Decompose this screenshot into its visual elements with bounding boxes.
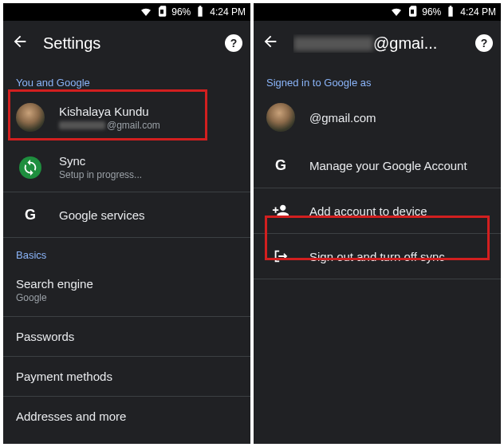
account-name: Kishalaya Kundu bbox=[59, 105, 238, 118]
svg-rect-0 bbox=[160, 10, 163, 14]
app-bar: Settings ? bbox=[3, 21, 250, 65]
divider bbox=[254, 279, 501, 279]
add-account-label: Add account to device bbox=[309, 204, 488, 218]
clock: 4:24 PM bbox=[460, 6, 496, 18]
google-services-label: Google services bbox=[59, 208, 238, 222]
google-services-row[interactable]: G Google services bbox=[3, 192, 250, 237]
signout-label: Sign out and turn off sync bbox=[309, 250, 488, 263]
search-engine-label: Search engine bbox=[16, 277, 238, 291]
svg-rect-1 bbox=[411, 10, 414, 14]
passwords-label: Passwords bbox=[16, 330, 238, 343]
status-bar: 96% 4:24 PM bbox=[254, 3, 501, 21]
sim-icon bbox=[156, 5, 168, 20]
google-g-icon: G bbox=[25, 207, 36, 224]
sim-icon bbox=[406, 5, 419, 20]
passwords-row[interactable]: Passwords bbox=[3, 317, 250, 356]
battery-pct: 96% bbox=[422, 6, 441, 18]
back-button[interactable] bbox=[262, 33, 279, 53]
payment-row[interactable]: Payment methods bbox=[3, 357, 250, 396]
signout-icon bbox=[266, 247, 295, 265]
sync-label: Sync bbox=[59, 154, 238, 168]
search-engine-row[interactable]: Search engine Google bbox=[3, 264, 250, 316]
google-g-icon: G bbox=[275, 157, 286, 174]
help-button[interactable]: ? bbox=[225, 34, 242, 52]
app-bar: @gmai... ? bbox=[254, 21, 501, 65]
avatar bbox=[16, 103, 45, 132]
back-button[interactable] bbox=[11, 33, 29, 53]
page-title: Settings bbox=[43, 34, 211, 53]
status-bar: 96% 4:24 PM bbox=[3, 3, 250, 21]
addresses-label: Addresses and more bbox=[16, 409, 238, 423]
addresses-row[interactable]: Addresses and more bbox=[3, 397, 250, 436]
payment-label: Payment methods bbox=[16, 370, 238, 383]
person-add-icon bbox=[266, 202, 295, 220]
sync-icon bbox=[19, 156, 41, 179]
signout-row[interactable]: Sign out and turn off sync bbox=[254, 234, 501, 279]
manage-account-row[interactable]: G Manage your Google Account bbox=[254, 143, 501, 188]
search-engine-sub: Google bbox=[16, 292, 238, 303]
account-row[interactable]: Kishalaya Kundu @gmail.com bbox=[3, 92, 250, 143]
sync-row[interactable]: Sync Setup in progress... bbox=[3, 143, 250, 192]
wifi-icon bbox=[390, 5, 403, 20]
battery-pct: 96% bbox=[171, 6, 191, 18]
help-button[interactable]: ? bbox=[475, 34, 493, 52]
section-you-and-google: You and Google bbox=[3, 65, 250, 92]
account-email: @gmail.com bbox=[309, 111, 488, 125]
wifi-icon bbox=[140, 5, 152, 20]
battery-icon bbox=[194, 5, 207, 20]
sync-sub: Setup in progress... bbox=[59, 169, 238, 180]
add-account-row[interactable]: Add account to device bbox=[254, 188, 501, 233]
account-row[interactable]: @gmail.com bbox=[254, 92, 501, 143]
page-title: @gmai... bbox=[293, 34, 461, 53]
section-signed-in: Signed in to Google as bbox=[254, 65, 501, 92]
manage-account-label: Manage your Google Account bbox=[309, 159, 488, 172]
clock: 4:24 PM bbox=[210, 6, 246, 18]
battery-icon bbox=[444, 5, 457, 20]
phone-right: 96% 4:24 PM @gmai... ? Signed in to Goog… bbox=[254, 3, 501, 444]
avatar bbox=[266, 103, 295, 132]
account-email: @gmail.com bbox=[59, 120, 238, 131]
section-basics: Basics bbox=[3, 238, 250, 264]
phone-left: 96% 4:24 PM Settings ? You and Google Ki… bbox=[3, 3, 250, 444]
